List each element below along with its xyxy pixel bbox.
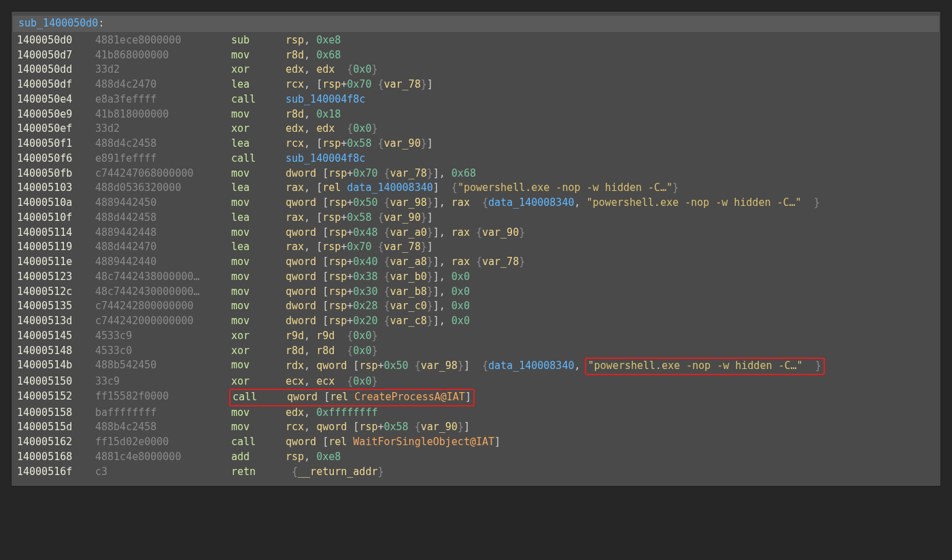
register: r9d [316,330,335,342]
disassembly-panel[interactable]: sub_1400050d0: 1400050d04881ece8000000su… [11,11,941,487]
immediate: 0x0 [353,122,371,135]
address: 1400050ef [17,122,95,137]
asm-row[interactable]: 14000515033c9xorecx, ecx {0x0} [12,374,940,389]
register: rax [452,256,470,268]
asm-row[interactable]: 14000510a4889442450movqword [rsp+0x50 {v… [12,196,940,211]
brace: } [427,315,433,327]
asm-row[interactable]: 1400050d04881ece8000000subrsp, 0xe8 [12,33,940,48]
asm-row[interactable]: 140005119488d442470learax, [rsp+0x70 {va… [12,240,940,255]
asm-row[interactable]: 14000510f488d442458learax, [rsp+0x58 {va… [12,211,940,226]
asm-row[interactable]: 1400050e4e8a3feffffcallsub_140004f8c [12,92,940,107]
opcode-bytes: ff15582f0000 [95,389,231,406]
asm-row[interactable]: 1400050d741b868000000movr8d, 0x68 [12,48,940,63]
asm-row[interactable]: 14000512c48c7442430000000…movqword [rsp+… [12,285,940,300]
stack-var: var_90 [421,421,458,433]
asm-row[interactable]: 14000515d488b4c2458movrcx, qword [rsp+0x… [12,420,940,435]
symbol-ref: sub_140004f8c [286,152,365,164]
opcode-bytes: 48c7442430000000… [95,285,231,300]
asm-row[interactable]: 1400051684881c4e8000000addrsp, 0xe8 [12,450,940,465]
keyword: qword [286,196,322,209]
operands: qword [rel CreateProcessA@IAT] [287,390,471,405]
mnemonic: mov [231,270,286,285]
asm-row[interactable]: 14000516fc3retn {__return_addr} [12,465,940,480]
asm-row[interactable]: 1400050e941b818000000movr8d, 0x18 [12,107,940,122]
punctuation: , [ [304,181,322,194]
brace: { [347,345,353,357]
punctuation: , [304,49,316,61]
stack-var: var_b8 [390,285,427,298]
punctuation: ] [427,78,433,90]
register: r8d [316,345,335,357]
asm-row[interactable]: 140005158baffffffffmovedx, 0xffffffff [12,406,940,421]
punctuation: ] [464,360,482,372]
punctuation: ], [433,196,452,209]
punctuation: + [377,421,384,433]
operands: rsp, 0xe8 [286,450,341,465]
punctuation: [ [322,167,328,179]
mnemonic: lea [231,181,286,196]
keyword: qword [287,391,324,403]
stack-var: var_c0 [390,300,427,312]
punctuation: + [347,226,353,239]
keyword: qword [286,256,322,268]
asm-row[interactable]: 14000513dc744242000000000movdword [rsp+0… [12,314,940,329]
brace: } [458,421,464,433]
operands: qword [rsp+0x48 {var_a0}], rax {var_90} [286,226,525,241]
opcode-bytes: 4881ece8000000 [95,33,231,48]
punctuation: [ [322,226,328,239]
immediate: 0x48 [353,226,377,239]
asm-row[interactable]: 140005103488d0536320000learax, [rel data… [12,181,940,196]
punctuation: + [347,315,353,327]
punctuation: + [347,285,353,298]
immediate: 0x20 [353,315,377,327]
brace: { [377,211,384,224]
function-name: sub_1400050d0 [18,17,98,29]
asm-row[interactable]: 14000511e4889442440movqword [rsp+0x40 {v… [12,255,940,270]
asm-row[interactable]: 1400051144889442448movqword [rsp+0x48 {v… [12,226,940,241]
punctuation: ], [433,226,452,239]
register: edx [286,63,304,75]
asm-row[interactable]: 1400050fbc744247068000000movdword [rsp+0… [12,167,940,181]
immediate: 0x70 [347,241,371,253]
mnemonic: mov [231,107,286,122]
asm-row[interactable]: 14000512348c7442438000000…movqword [rsp+… [12,270,940,285]
register: edx [286,406,304,419]
punctuation [377,167,384,179]
asm-row[interactable]: 140005152ff15582f0000callqword [rel Crea… [12,389,940,406]
keyword: dword [286,167,322,179]
immediate: 0xffffffff [316,406,377,419]
mnemonic: mov [231,420,286,435]
punctuation: ] [427,241,433,253]
immediate: 0x0 [353,345,371,357]
mnemonic: mov [231,285,286,300]
asm-row[interactable]: 1400050ef33d2xoredx, edx {0x0} [12,122,940,137]
address: 1400050df [17,77,95,92]
opcode-bytes: c744242800000000 [95,299,231,314]
opcode-bytes: 4533c0 [95,344,231,359]
opcode-bytes: 4889442450 [95,196,231,211]
brace: } [519,226,525,239]
asm-row[interactable]: 140005135c744242800000000movdword [rsp+0… [12,299,940,314]
asm-row[interactable]: 1400051484533c0xorr8d, r8d {0x0} [12,344,940,359]
asm-row[interactable]: 1400051454533c9xorr9d, r9d {0x0} [12,329,940,344]
register: rsp [322,78,341,90]
register: rsp [286,34,304,46]
keyword: rel [330,391,354,403]
punctuation [802,196,814,209]
brace: { [347,330,353,342]
register: rsp [328,196,347,209]
asm-row[interactable]: 140005162ff15d02e0000callqword [rel Wait… [12,435,940,450]
register: rax [286,181,304,194]
asm-row[interactable]: 1400050f1488d4c2458learcx, [rsp+0x58 {va… [12,137,940,152]
asm-row[interactable]: 14000514b488b542450movrdx, qword [rsp+0x… [12,358,940,374]
asm-row[interactable]: 1400050dd33d2xoredx, edx {0x0} [12,63,940,77]
punctuation: , [ [304,78,322,90]
symbol-ref: data_140008340 [347,181,432,194]
asm-row[interactable]: 1400050df488d4c2470learcx, [rsp+0x70 {va… [12,77,940,92]
brace: { [452,181,458,194]
register: rcx [286,137,304,150]
symbol-ref: sub_140004f8c [286,93,365,105]
function-header[interactable]: sub_1400050d0: [13,16,939,32]
asm-row[interactable]: 1400050f6e891feffffcallsub_140004f8c [12,152,940,167]
immediate: 0x0 [452,315,470,327]
